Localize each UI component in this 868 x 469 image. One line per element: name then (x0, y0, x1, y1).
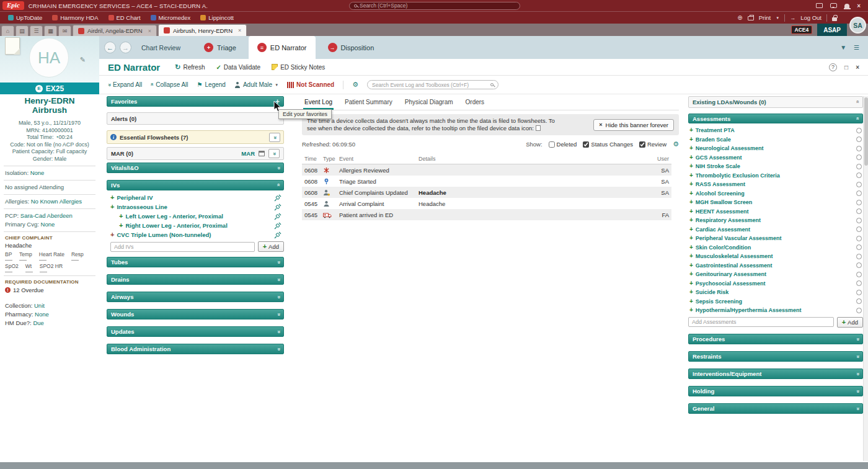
assessment-item[interactable]: +Skin Color/Condition (688, 243, 863, 252)
workspace-mail-tab[interactable]: ✉ (58, 25, 71, 36)
section-vitals[interactable]: Vitals/I&O » (107, 163, 284, 173)
table-row[interactable]: 0608 Chief Complaints Updated Headache S… (302, 187, 671, 198)
assessment-item[interactable]: +Braden Scale (688, 135, 863, 145)
tab-patient-summary[interactable]: Patient Summary (343, 97, 394, 110)
calculator-icon[interactable] (816, 3, 823, 8)
toolbox-search[interactable] (367, 80, 498, 89)
section-ivs[interactable]: IVs » (107, 180, 284, 190)
filter-settings-icon[interactable]: ⚙ (673, 141, 679, 148)
expand-all-button[interactable]: » Expand All (108, 81, 142, 88)
patient-name[interactable]: Henry-EDRN Airbrush (0, 96, 99, 115)
patient-tab-airdril[interactable]: Airdril, Angela-EDRN × (73, 25, 157, 36)
print-button[interactable]: Print (759, 14, 771, 21)
add-assessments-input[interactable] (688, 317, 834, 327)
syringe-icon[interactable] (274, 213, 281, 220)
section-blood-administration[interactable]: Blood Administration » (107, 344, 284, 354)
section-mar[interactable]: MAR (0) MAR » (107, 147, 284, 160)
add-assessment-button[interactable]: + Add (837, 317, 863, 328)
assessment-item[interactable]: +HEENT Assessment (688, 207, 863, 217)
close-tab-icon[interactable]: × (238, 27, 241, 34)
section-assessments[interactable]: Assessments » (688, 114, 863, 123)
table-row[interactable]: 0545 Arrival Complaint Headache (302, 198, 671, 209)
close-tab-icon[interactable]: × (148, 28, 151, 34)
assessment-item[interactable]: +RASS Assessment (688, 180, 863, 189)
ed-chart-button[interactable]: ED Chart (104, 13, 145, 22)
close-window-icon[interactable]: × (857, 2, 861, 9)
asap-status[interactable]: ASAP (817, 24, 847, 36)
syringe-icon[interactable] (274, 222, 281, 230)
table-row[interactable]: 0608 Triage Started SA (302, 176, 671, 187)
iv-item[interactable]: + Left Lower Leg - Anterior, Proximal (110, 212, 284, 221)
more-activities-caret-icon[interactable]: ▼ (840, 44, 846, 51)
section-interventions[interactable]: Interventions/Equipment » (688, 368, 863, 379)
harmony-hda-button[interactable]: Harmony HDA (48, 13, 102, 22)
lock-icon[interactable] (832, 17, 837, 21)
assessment-item[interactable]: +Musculoskeletal Assessment (688, 252, 863, 261)
assessment-radio[interactable] (856, 226, 862, 232)
filter-review[interactable]: Review (639, 141, 666, 148)
mar-link[interactable]: MAR (241, 150, 255, 157)
deleted-checkbox[interactable] (549, 141, 555, 148)
tab-event-log[interactable]: Event Log (303, 97, 334, 110)
assessment-radio[interactable] (856, 146, 862, 151)
micromedex-button[interactable]: Micromedex (146, 13, 195, 22)
close-activity-icon[interactable]: × (856, 64, 859, 71)
add-iv-button[interactable]: + Add (258, 241, 284, 252)
assessment-radio[interactable] (856, 154, 862, 160)
assessment-radio[interactable] (856, 308, 862, 313)
section-essential-flowsheets[interactable]: i Essential Flowsheets (7) » (107, 130, 284, 144)
assessment-item[interactable]: +Thrombolytic Exclusion Criteria (688, 171, 863, 181)
tab-ed-narrator[interactable]: ≡ ED Narrator (249, 36, 316, 59)
filter-status-changes[interactable]: Status Changes (583, 141, 633, 148)
assessment-item[interactable]: +Hypothermia/Hyperthermia Assessment (688, 306, 863, 315)
syringe-icon[interactable] (274, 203, 281, 211)
assessment-item[interactable]: +Treatment PTA (688, 126, 863, 135)
help-icon[interactable]: ? (829, 63, 837, 71)
assessment-item[interactable]: +Genitourinary Assessment (688, 270, 863, 279)
workspace-home-tab[interactable]: ⌂ (1, 25, 14, 36)
status-changes-checkbox[interactable] (583, 141, 589, 148)
assessment-item[interactable]: +Suicide Risk (688, 288, 863, 297)
tab-orders[interactable]: Orders (464, 97, 486, 110)
assessment-radio[interactable] (856, 182, 862, 187)
assessment-item[interactable]: +NIH Stroke Scale (688, 162, 863, 171)
assessment-item[interactable]: +GCS Assessment (688, 153, 863, 163)
assessment-radio[interactable] (856, 136, 862, 142)
assessment-item[interactable]: +Gastrointestinal Assessment (688, 261, 863, 270)
scrollbar-thumb[interactable] (864, 97, 868, 166)
data-validate-button[interactable]: ✓ Data Validate (216, 64, 260, 71)
assessment-item[interactable]: +Neurological Assessment (688, 144, 863, 153)
patient-tab-airbrush[interactable]: Airbrush, Henry-EDRN × (158, 24, 247, 36)
lippincott-button[interactable]: Lippincott (196, 13, 238, 22)
globe-icon[interactable]: ⊕ (737, 15, 742, 21)
workspace-grid-tab[interactable]: ▦ (44, 25, 57, 36)
table-row[interactable]: 0545 Patient arrived in ED FA (302, 209, 671, 220)
assessment-radio[interactable] (856, 190, 862, 196)
section-alerts[interactable]: Alerts (0) (107, 112, 284, 125)
print-caret-icon[interactable]: ▼ (776, 16, 779, 20)
assessment-radio[interactable] (856, 172, 862, 178)
review-checkbox[interactable] (639, 141, 645, 148)
section-procedures[interactable]: Procedures » (688, 334, 863, 344)
tab-physical-diagram[interactable]: Physical Diagram (404, 97, 454, 110)
assessment-item[interactable]: +Psychosocial Assessment (688, 279, 863, 288)
toolbox-search-input[interactable] (372, 82, 488, 88)
assessment-item[interactable]: +Respiratory Assessment (688, 216, 863, 225)
section-airways[interactable]: Airways » (107, 292, 284, 302)
not-scanned-button[interactable]: Not Scanned (287, 81, 334, 88)
section-updates[interactable]: Updates » (107, 326, 284, 337)
maximize-icon[interactable]: □ (844, 64, 848, 71)
section-general[interactable]: General » (688, 403, 863, 414)
syringe-icon[interactable] (274, 194, 281, 202)
assessment-radio[interactable] (856, 290, 862, 295)
back-button[interactable]: ← (104, 42, 116, 53)
iv-item[interactable]: + Right Lower Leg - Anterior, Proximal (110, 221, 284, 230)
patient-mode-dropdown[interactable]: Adult Male ▼ (234, 81, 278, 88)
refresh-button[interactable]: ↻ Refresh (175, 63, 205, 71)
iv-item[interactable]: + Peripheral IV (110, 193, 284, 202)
assessment-item[interactable]: +MGH Swallow Screen (688, 198, 863, 207)
assessment-radio[interactable] (856, 244, 862, 250)
logout-button[interactable]: Log Out (800, 14, 822, 21)
assessment-radio[interactable] (856, 208, 862, 214)
add-ivs-input[interactable] (110, 242, 255, 252)
